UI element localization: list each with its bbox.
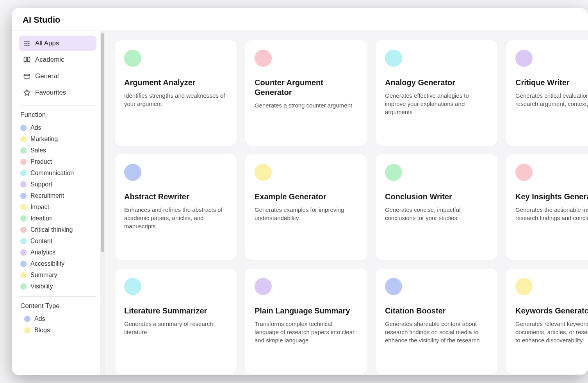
app-card-critique-writer[interactable]: Critique Writer Generates critical evalu…: [506, 40, 588, 146]
function-section-title: Function: [20, 111, 96, 119]
svg-point-1: [26, 41, 27, 42]
app-card-title: Example Generator: [255, 192, 358, 202]
app-window: AI Studio All Apps Academic: [12, 8, 588, 375]
filter-label: Ads: [30, 124, 41, 131]
app-color-dot: [124, 278, 141, 295]
dot-icon: [24, 327, 30, 333]
filter-product[interactable]: Product: [19, 157, 96, 167]
sidebar-item-academic[interactable]: Academic: [19, 52, 96, 68]
star-icon: [23, 89, 30, 96]
sidebar-item-general[interactable]: General: [19, 68, 96, 84]
filter-support[interactable]: Support: [19, 179, 96, 190]
app-card-desc: Generates critical evaluation for a rese…: [515, 91, 588, 108]
content-type-list: Ads Blogs: [19, 314, 96, 335]
app-card-title: Keywords Generator: [515, 306, 588, 316]
app-card-title: Conclusion Writer: [385, 192, 488, 202]
app-card-key-insights-generator[interactable]: Key Insights Generator Generates the act…: [506, 154, 588, 260]
filter-label: Ads: [34, 315, 45, 322]
filter-label: Blogs: [34, 327, 50, 334]
dot-icon: [24, 316, 30, 322]
app-card-title: Analogy Generator: [385, 78, 488, 88]
filter-impact[interactable]: Impact: [19, 202, 96, 212]
app-card-desc: Generates a summary of research literatu…: [124, 320, 227, 336]
filter-label: Ideation: [30, 215, 53, 222]
app-color-dot: [255, 278, 272, 295]
filter-communication[interactable]: Communication: [19, 168, 96, 178]
sidebar-item-favourites[interactable]: Favourites: [19, 85, 96, 100]
app-card-citation-booster[interactable]: Citation Booster Generates shareable con…: [376, 268, 497, 374]
grid-icon: [23, 40, 30, 47]
filter-label: Product: [30, 158, 52, 165]
filter-critical-thinking[interactable]: Critical thinking: [19, 225, 96, 235]
dot-icon: [20, 147, 27, 154]
app-card-desc: Transforms complex technical language of…: [255, 320, 358, 344]
svg-point-2: [28, 41, 29, 42]
app-card-desc: Generates the actionable insights from r…: [515, 206, 588, 222]
svg-point-0: [24, 41, 25, 42]
app-card-keywords-generator[interactable]: Keywords Generator Generates relevant ke…: [506, 268, 588, 374]
app-color-dot: [385, 164, 402, 181]
filter-label: Communication: [30, 170, 74, 177]
filter-sales[interactable]: Sales: [19, 145, 96, 156]
app-color-dot: [255, 164, 272, 181]
filter-label: Support: [30, 181, 52, 188]
filter-recruitment[interactable]: Recruitment: [19, 191, 96, 201]
app-card-counter-argument-generator[interactable]: Counter Argument Generator Generates a s…: [245, 40, 367, 146]
app-card-analogy-generator[interactable]: Analogy Generator Generates effective an…: [376, 40, 497, 146]
filter-analytics[interactable]: Analytics: [19, 247, 96, 258]
dot-icon: [20, 125, 27, 131]
sidebar: All Apps Academic General: [12, 31, 100, 375]
svg-point-7: [26, 45, 27, 46]
sidebar-item-label: Academic: [35, 56, 64, 64]
dot-icon: [20, 272, 27, 278]
filter-accessibility[interactable]: Accessibility: [19, 259, 96, 269]
app-card-abstract-rewriter[interactable]: Abstract Rewriter Enhances and refines t…: [115, 154, 237, 260]
filter-content[interactable]: Content: [19, 236, 96, 246]
app-color-dot: [515, 164, 533, 181]
dot-icon: [20, 215, 27, 222]
dot-icon: [20, 249, 27, 256]
body: All Apps Academic General: [12, 31, 588, 375]
app-card-desc: Generates concise, impactful conclusions…: [385, 206, 488, 222]
app-color-dot: [385, 50, 402, 67]
filter-label: Analytics: [30, 249, 55, 256]
sidebar-divider: [19, 296, 96, 297]
app-card-desc: Identifies strengths and weaknesses of y…: [124, 91, 227, 108]
filter-ads[interactable]: Ads: [19, 123, 96, 133]
filter-summary[interactable]: Summary: [19, 270, 96, 280]
filter-label: Recruitment: [30, 192, 64, 199]
sidebar-item-all-apps[interactable]: All Apps: [19, 36, 96, 51]
app-color-dot: [385, 278, 402, 295]
content-type-blogs[interactable]: Blogs: [19, 325, 96, 335]
sidebar-scrollbar[interactable]: [100, 31, 105, 375]
app-card-conclusion-writer[interactable]: Conclusion Writer Generates concise, imp…: [376, 154, 497, 260]
filter-label: Accessibility: [30, 260, 64, 267]
filter-ideation[interactable]: Ideation: [19, 213, 96, 224]
dot-icon: [20, 159, 27, 165]
app-card-example-generator[interactable]: Example Generator Generates examples for…: [245, 154, 367, 260]
svg-point-8: [28, 45, 29, 46]
app-card-literature-summarizer[interactable]: Literature Summarizer Generates a summar…: [115, 268, 237, 374]
app-color-dot: [124, 164, 141, 181]
app-card-desc: Generates effective analogies to improve…: [385, 91, 488, 116]
filter-marketing[interactable]: Marketing: [19, 134, 96, 144]
app-card-argument-analyzer[interactable]: Argument Analyzer Identifies strengths a…: [115, 40, 237, 146]
svg-rect-9: [24, 74, 30, 79]
svg-point-4: [26, 43, 27, 44]
filter-visibility[interactable]: Visibility: [19, 281, 96, 292]
app-grid: Argument Analyzer Identifies strengths a…: [115, 40, 579, 374]
app-card-desc: Generates shareable content about resear…: [385, 320, 488, 344]
dot-icon: [20, 227, 27, 233]
content-area: Argument Analyzer Identifies strengths a…: [105, 31, 588, 375]
header: AI Studio: [12, 8, 588, 31]
sidebar-container: All Apps Academic General: [12, 31, 105, 375]
filter-label: Visibility: [30, 283, 53, 290]
dot-icon: [20, 170, 27, 176]
content-type-ads[interactable]: Ads: [19, 314, 96, 324]
scrollbar-thumb[interactable]: [101, 33, 104, 252]
app-card-plain-language-summary[interactable]: Plain Language Summary Transforms comple…: [245, 268, 367, 374]
app-color-dot: [515, 50, 533, 67]
sidebar-item-label: General: [35, 72, 59, 80]
dot-icon: [20, 193, 27, 199]
filter-label: Impact: [30, 204, 49, 211]
